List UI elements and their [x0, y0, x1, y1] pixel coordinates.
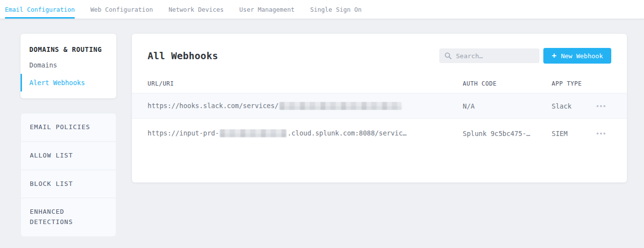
webhooks-panel: All Webhooks + New Webhook URL/URI AUTH …	[132, 34, 627, 182]
search-input[interactable]	[456, 52, 534, 60]
domains-routing-card: DOMAINS & ROUTING DomainsAlert Webhooks	[21, 34, 116, 98]
tab-network-devices[interactable]: Network Devices	[169, 0, 224, 19]
auth-code-cell: Splunk 9c5bc475-…	[463, 130, 552, 137]
url-suffix-text: .cloud.splunk.com:8088/servic…	[287, 129, 407, 137]
plus-icon: +	[552, 52, 557, 60]
tab-single-sign-on[interactable]: Single Sign On	[310, 0, 362, 19]
table-row[interactable]: https://hooks.slack.com/services/ N/A Sl…	[132, 93, 627, 119]
webhook-url-cell: https://hooks.slack.com/services/	[148, 102, 463, 110]
redacted-blur	[279, 102, 402, 110]
new-webhook-label: New Webhook	[561, 52, 603, 60]
ellipsis-menu-icon[interactable]	[596, 102, 611, 110]
sidebar-item-email-policies[interactable]: EMAIL POLICIES	[21, 113, 116, 142]
sidebar-item-alert-webhooks[interactable]: Alert Webhooks	[21, 74, 116, 91]
tab-web-configuration[interactable]: Web Configuration	[90, 0, 153, 19]
tab-user-management[interactable]: User Management	[239, 0, 295, 19]
sidebar-item-allow-list[interactable]: ALLOW LIST	[21, 142, 116, 170]
auth-code-cell: N/A	[463, 102, 552, 110]
redacted-blur	[220, 129, 286, 137]
table-body: https://hooks.slack.com/services/ N/A Sl…	[132, 93, 627, 148]
new-webhook-button[interactable]: + New Webhook	[543, 48, 611, 64]
ellipsis-menu-icon[interactable]	[596, 130, 611, 137]
sidebar-section-links: EMAIL POLICIESALLOW LISTBLOCK LISTENHANC…	[21, 113, 116, 237]
tab-email-configuration[interactable]: Email Configuration	[5, 0, 75, 19]
webhook-url-cell: https://input-prd-.cloud.splunk.com:8088…	[148, 129, 463, 137]
settings-sidebar: DOMAINS & ROUTING DomainsAlert Webhooks …	[21, 34, 116, 237]
search-icon	[445, 52, 451, 59]
app-type-cell: SIEM	[552, 130, 596, 137]
url-prefix-text: https://input-prd-	[148, 129, 219, 137]
domains-routing-header: DOMAINS & ROUTING	[21, 44, 116, 56]
app-type-cell: Slack	[552, 102, 596, 110]
page-body: DOMAINS & ROUTING DomainsAlert Webhooks …	[0, 19, 644, 237]
table-header: URL/URI AUTH CODE APP TYPE	[132, 74, 627, 93]
table-row[interactable]: https://input-prd-.cloud.splunk.com:8088…	[132, 119, 627, 148]
sidebar-item-domains[interactable]: Domains	[21, 56, 116, 74]
column-header-auth-code: AUTH CODE	[463, 80, 552, 87]
page-title: All Webhooks	[148, 50, 218, 62]
sidebar-item-block-list[interactable]: BLOCK LIST	[21, 170, 116, 199]
sidebar-item-enhanced-detections[interactable]: ENHANCED DETECTIONS	[21, 198, 116, 236]
search-box[interactable]	[439, 48, 539, 63]
top-navigation: Email ConfigurationWeb ConfigurationNetw…	[0, 0, 644, 19]
column-header-url: URL/URI	[148, 80, 463, 87]
column-header-app-type: APP TYPE	[552, 80, 596, 87]
panel-header: All Webhooks + New Webhook	[132, 34, 627, 74]
url-prefix-text: https://hooks.slack.com/services/	[148, 102, 279, 110]
